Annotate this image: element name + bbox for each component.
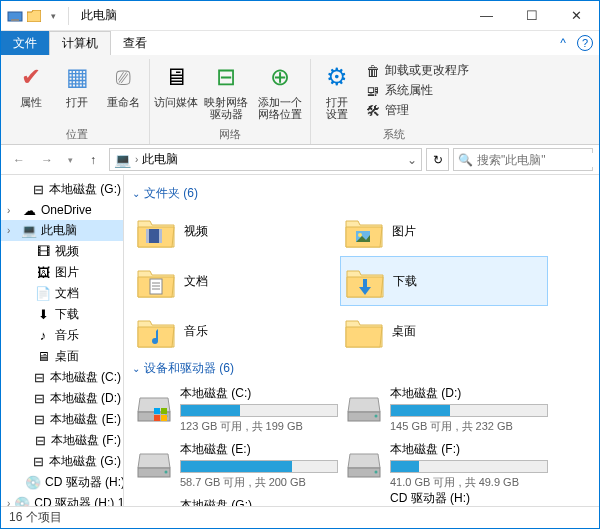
group-header-folders[interactable]: ⌄文件夹 (6) [132,181,591,206]
forward-button[interactable]: → [35,148,59,172]
tree-label: 视频 [55,243,79,260]
cd-icon: 💿 [14,496,30,507]
access-media-button[interactable]: 🖥访问媒体 [154,59,198,125]
drive-name: 本地磁盘 (F:) [390,441,548,458]
folder-item[interactable]: 桌面 [340,306,548,356]
folder-item[interactable]: 音乐 [132,306,340,356]
tree-item[interactable]: ⊟本地磁盘 (F:) [1,430,123,451]
tree-label: 桌面 [55,348,79,365]
expand-icon[interactable]: › [7,205,17,216]
drive-item[interactable]: 本地磁盘 (C:)123 GB 可用 , 共 199 GB [132,381,342,437]
drive-icon [346,447,382,483]
expand-icon[interactable]: › [7,498,10,506]
refresh-button[interactable]: ↻ [426,148,449,171]
tree-item[interactable]: ›💿CD 驱动器 (H:) 15 [1,493,123,506]
drive-free: 58.7 GB 可用 , 共 200 GB [180,475,338,490]
recent-button[interactable]: ▾ [63,148,77,172]
drive-item[interactable]: 本地磁盘 (F:)41.0 GB 可用 , 共 49.9 GB [342,437,552,493]
map-drive-button[interactable]: ⊟映射网络 驱动器 [200,59,252,125]
up-button[interactable]: ↑ [81,148,105,172]
tree-item[interactable]: ⊟本地磁盘 (G:) [1,179,123,200]
drive-icon [136,391,172,427]
breadcrumb-caret[interactable]: › [135,154,138,165]
drive-item[interactable]: 本地磁盘 (G:)308 GB 可用 , 共 481 GB [132,493,342,506]
onedrive-icon: ☁ [21,202,37,218]
maximize-button[interactable]: ☐ [509,1,554,31]
uninstall-button[interactable]: 🗑卸载或更改程序 [361,61,473,80]
drive-item[interactable]: 本地磁盘 (D:)145 GB 可用 , 共 232 GB [342,381,552,437]
svg-rect-16 [161,415,167,421]
search-icon: 🔍 [458,153,473,167]
folder-item[interactable]: 下载 [340,256,548,306]
pc-icon: 💻 [21,223,37,239]
main-view[interactable]: ⌄文件夹 (6) 视频图片文档下载音乐桌面 ⌄设备和驱动器 (6) 本地磁盘 (… [124,175,599,506]
folder-item[interactable]: 视频 [132,206,340,256]
content: ⊟本地磁盘 (G:)›☁OneDrive›💻此电脑🎞视频🖼图片📄文档⬇下载♪音乐… [1,175,599,506]
back-button[interactable]: ← [7,148,31,172]
add-netloc-button[interactable]: ⊕添加一个 网络位置 [254,59,306,125]
desk-icon: 🖥 [35,349,51,365]
tab-computer[interactable]: 计算机 [49,31,111,55]
tree-item[interactable]: ⊟本地磁盘 (E:) [1,409,123,430]
search-box[interactable]: 🔍 [453,148,593,171]
tree-label: 音乐 [55,327,79,344]
address-dropdown-icon[interactable]: ⌄ [407,153,417,167]
tree-item[interactable]: 🖼图片 [1,262,123,283]
drive-name: 本地磁盘 (E:) [180,441,338,458]
tree-item[interactable]: ♪音乐 [1,325,123,346]
group-header-drives[interactable]: ⌄设备和驱动器 (6) [132,356,591,381]
qat-folder-icon[interactable] [26,8,42,24]
svg-point-20 [165,471,168,474]
close-button[interactable]: ✕ [554,1,599,31]
tree-item[interactable]: ›💻此电脑 [1,220,123,241]
tree-item[interactable]: ⊟本地磁盘 (C:) [1,367,123,388]
breadcrumb[interactable]: 此电脑 [142,151,403,168]
tree-label: CD 驱动器 (H:) 1 [45,474,124,491]
tree-item[interactable]: ⬇下载 [1,304,123,325]
tree-item[interactable]: 💿CD 驱动器 (H:) 1 [1,472,123,493]
drive-item[interactable]: 本地磁盘 (E:)58.7 GB 可用 , 共 200 GB [132,437,342,493]
tree-label: 本地磁盘 (G:) [49,181,121,198]
address-box[interactable]: 💻 › 此电脑 ⌄ [109,148,422,171]
ribbon-group-system: ⚙打开 设置 🗑卸载或更改程序 🖳系统属性 🛠管理 系统 [311,59,477,144]
tree-item[interactable]: ⊟本地磁盘 (G:) [1,451,123,472]
chevron-down-icon: ⌄ [132,363,140,374]
tree-item[interactable]: ›☁OneDrive [1,200,123,220]
group-label: 系统 [383,125,405,144]
open-button[interactable]: ▦打开 [55,59,99,125]
open-settings-button[interactable]: ⚙打开 设置 [315,59,359,125]
music-icon: ♪ [35,328,51,344]
properties-button[interactable]: ✔属性 [9,59,53,125]
tree-label: 本地磁盘 (C:) [50,369,121,386]
system-props-button[interactable]: 🖳系统属性 [361,81,473,100]
drive-item[interactable]: CD 驱动器 (H:) 15.0.4420.10170 字节 可用 , 共 87… [342,493,552,506]
tree-label: 文档 [55,285,79,302]
tree-item[interactable]: 📄文档 [1,283,123,304]
ribbon-tabs: 文件 计算机 查看 ^ ? [1,31,599,55]
folder-item[interactable]: 图片 [340,206,548,256]
search-input[interactable] [477,153,600,167]
tab-file[interactable]: 文件 [1,31,49,55]
svg-point-6 [358,233,362,237]
tab-view[interactable]: 查看 [111,31,159,55]
manage-button[interactable]: 🛠管理 [361,101,473,120]
drive-free: 41.0 GB 可用 , 共 49.9 GB [390,475,548,490]
ribbon-collapse-button[interactable]: ^ [549,31,577,55]
capacity-bar [180,404,338,417]
nav-tree[interactable]: ⊟本地磁盘 (G:)›☁OneDrive›💻此电脑🎞视频🖼图片📄文档⬇下载♪音乐… [1,175,124,506]
pic-icon: 🖼 [35,265,51,281]
tree-item[interactable]: ⊟本地磁盘 (D:) [1,388,123,409]
folder-item[interactable]: 文档 [132,256,340,306]
qat-dropdown-icon[interactable]: ▾ [45,8,61,24]
minimize-button[interactable]: — [464,1,509,31]
drive-icon: ⊟ [33,391,46,407]
rename-button[interactable]: ⎚重命名 [101,59,145,125]
expand-icon[interactable]: › [7,225,17,236]
capacity-bar [390,460,548,473]
svg-rect-1 [11,19,19,21]
tree-item[interactable]: 🖥桌面 [1,346,123,367]
map-drive-icon: ⊟ [210,61,242,93]
tree-item[interactable]: 🎞视频 [1,241,123,262]
help-button[interactable]: ? [577,35,593,51]
chevron-down-icon: ⌄ [132,188,140,199]
